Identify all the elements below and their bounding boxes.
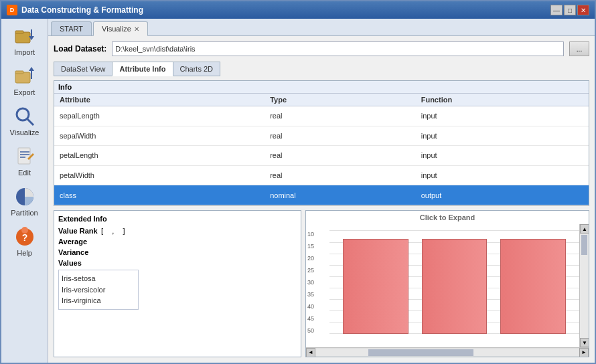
title-controls: — □ ✕	[550, 5, 589, 15]
scroll-track[interactable]	[580, 234, 589, 338]
bracket-open: [	[101, 227, 103, 235]
partition-icon	[14, 186, 35, 207]
table-row[interactable]: sepalWidthrealinput	[54, 126, 589, 146]
col-type: Type	[265, 94, 416, 106]
tab-visualize-label: Visualize	[102, 25, 131, 33]
bars-container	[329, 231, 579, 334]
values-list: Iris-setosaIris-versicolorIris-virginica	[58, 270, 139, 310]
main-panel: Load Dataset: ... DataSet View Attribute…	[48, 36, 595, 363]
y-axis: 504540353025201510	[307, 231, 314, 334]
export-icon	[14, 66, 35, 87]
edit-icon	[14, 146, 35, 167]
table-row[interactable]: sepalLengthrealinput	[54, 106, 589, 126]
title-bar-left: D Data Constructing & Formatting	[7, 5, 143, 15]
graphic-info-title[interactable]: Click to Expand	[306, 211, 589, 224]
y-axis-label: 20	[307, 255, 314, 262]
sidebar-item-import[interactable]: Import	[3, 21, 46, 60]
sidebar-item-export-label: Export	[14, 88, 35, 96]
maximize-button[interactable]: □	[564, 5, 576, 15]
sidebar: Import Export	[1, 19, 48, 363]
tab-visualize-close[interactable]: ✕	[134, 25, 139, 33]
chart-bar[interactable]	[422, 239, 488, 334]
scroll-left-button[interactable]: ◄	[306, 348, 315, 357]
scroll-right-button[interactable]: ►	[579, 348, 589, 357]
y-axis-label: 15	[307, 243, 314, 250]
app-icon: D	[7, 5, 17, 15]
sidebar-item-export[interactable]: Export	[3, 62, 46, 100]
y-axis-label: 35	[307, 291, 314, 298]
dataset-input[interactable]	[112, 41, 564, 56]
table-row[interactable]: petalWidthrealinput	[54, 165, 589, 185]
visualize-icon	[14, 106, 35, 127]
dataset-label: Load Dataset:	[54, 44, 106, 54]
scroll-down-button[interactable]: ▼	[580, 338, 589, 347]
y-axis-label: 45	[307, 315, 314, 322]
tab-start-label: START	[60, 25, 83, 33]
sub-tab-dataset-view[interactable]: DataSet View	[54, 62, 113, 76]
sub-tab-charts-2d[interactable]: Charts 2D	[173, 62, 221, 76]
svg-text:?: ?	[21, 232, 27, 243]
cell-function: input	[416, 146, 589, 166]
sidebar-item-partition-label: Partition	[11, 209, 38, 217]
cell-attribute: petalLength	[54, 146, 265, 166]
variance-label: Variance	[58, 248, 98, 256]
scroll-thumb[interactable]	[581, 235, 587, 255]
cell-attribute: sepalLength	[54, 106, 265, 126]
tab-visualize[interactable]: Visualize ✕	[93, 21, 148, 36]
values-list-item: Iris-setosa	[62, 273, 135, 284]
value-rank-row: Value Rank [ , ]	[58, 227, 297, 235]
scroll-thumb-h	[368, 349, 474, 356]
dataset-browse-button[interactable]: ...	[569, 41, 589, 56]
cell-function: input	[416, 126, 589, 146]
close-button[interactable]: ✕	[577, 5, 589, 15]
chart-bar[interactable]	[500, 239, 566, 334]
values-label: Values	[58, 259, 98, 267]
cell-type: real	[265, 126, 416, 146]
sidebar-item-visualize[interactable]: Visualize	[3, 102, 46, 141]
table-row[interactable]: petalLengthrealinput	[54, 146, 589, 166]
attribute-table: Attribute Type Function sepalLengthreali…	[54, 94, 589, 205]
chart-bar[interactable]	[343, 239, 408, 334]
table-row[interactable]: classnominaloutput	[54, 185, 589, 205]
import-icon	[14, 25, 35, 47]
scroll-up-button[interactable]: ▲	[580, 224, 589, 234]
rank-max	[115, 227, 121, 235]
sub-tab-bar: DataSet View Attribute Info Charts 2D	[54, 62, 589, 76]
sidebar-item-edit[interactable]: Edit	[3, 142, 46, 181]
extended-info-title: Extended Info	[58, 215, 297, 223]
svg-rect-5	[15, 71, 23, 74]
cell-function: input	[416, 165, 589, 185]
y-axis-label: 10	[307, 231, 314, 238]
minimize-button[interactable]: —	[550, 5, 563, 15]
chart-scrollbar-vertical[interactable]: ▲ ▼	[579, 224, 589, 347]
sub-tab-attribute-info[interactable]: Attribute Info	[112, 62, 173, 76]
sidebar-item-import-label: Import	[14, 48, 35, 56]
sidebar-item-partition[interactable]: Partition	[3, 182, 46, 221]
tab-start[interactable]: START	[51, 21, 92, 35]
y-axis-label: 50	[307, 327, 314, 334]
cell-type: nominal	[265, 185, 416, 205]
table-header-row: Attribute Type Function	[54, 94, 589, 106]
extended-info-panel: Extended Info Value Rank [ , ]	[54, 210, 301, 357]
svg-rect-1	[15, 31, 23, 33]
svg-rect-10	[18, 148, 30, 164]
value-rank-label: Value Rank	[58, 227, 98, 235]
chart-scrollbar-horizontal[interactable]: ◄ ►	[306, 347, 589, 357]
cell-attribute: sepalWidth	[54, 126, 265, 146]
main-container: Import Export	[1, 19, 595, 363]
chart-inner: 504540353025201510	[306, 224, 579, 347]
y-axis-label: 40	[307, 303, 314, 310]
svg-point-8	[17, 108, 29, 120]
sidebar-item-help[interactable]: ? Help	[3, 222, 46, 261]
window-title: Data Constructing & Formatting	[21, 5, 143, 15]
scroll-track-h[interactable]	[315, 349, 579, 356]
y-axis-label: 25	[307, 267, 314, 274]
graphic-info-panel: Click to Expand 504540353025201510	[305, 210, 589, 357]
bracket-close: ]	[123, 227, 125, 235]
values-row: Values	[58, 259, 297, 267]
cell-function: input	[416, 106, 589, 126]
cell-type: real	[265, 106, 416, 126]
svg-line-9	[27, 119, 33, 125]
chart-area: 504540353025201510 ▲ ▼	[306, 224, 589, 347]
bottom-area: Extended Info Value Rank [ , ]	[54, 210, 589, 357]
